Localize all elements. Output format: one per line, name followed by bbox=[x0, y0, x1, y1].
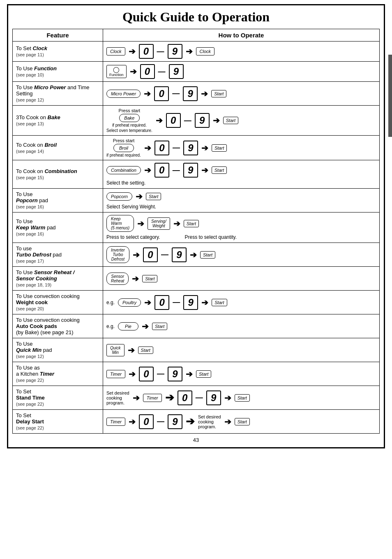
dash: — bbox=[184, 116, 191, 125]
table-row: To Cook on Broil(see page 14) Press star… bbox=[13, 136, 380, 160]
table-row: To Set Clock(see page 11) Clock ➔ 0 — 9 … bbox=[13, 42, 380, 62]
digit-9: 9 bbox=[183, 86, 198, 101]
feature-broil: To Cook on Broil(see page 14) bbox=[13, 136, 103, 160]
table-row: To Use convection cookingWeight cook(see… bbox=[13, 291, 380, 314]
table-row: To UseQuick Min pad(see page 12) QuickMi… bbox=[13, 338, 380, 362]
arrow-icon: ➔ bbox=[129, 46, 136, 56]
arrow-icon: ➔ bbox=[201, 143, 208, 153]
operate-function: ◯ Function ➔ 0 — 9 bbox=[103, 62, 380, 82]
start-button[interactable]: Start bbox=[184, 220, 199, 227]
feature-set-clock: To Set Clock(see page 11) bbox=[13, 42, 103, 62]
timer-button[interactable]: Timer bbox=[143, 394, 162, 402]
feature-delaystart: To SetDelay Start(see page 22) bbox=[13, 410, 103, 434]
start-button[interactable]: Start bbox=[212, 166, 227, 174]
bake-button[interactable]: Bake bbox=[119, 114, 140, 122]
header-operate: How to Operate bbox=[103, 29, 380, 42]
start-button[interactable]: Start bbox=[146, 193, 161, 200]
digit-9: 9 bbox=[206, 390, 221, 405]
combination-note: Select the setting. bbox=[106, 180, 376, 186]
digit-0: 0 bbox=[139, 44, 154, 59]
digit-0: 0 bbox=[154, 163, 169, 178]
arrow-icon: ➔ bbox=[142, 321, 149, 331]
arrow-icon: ➔ bbox=[186, 46, 193, 56]
start-button[interactable]: Start bbox=[142, 275, 157, 282]
operate-keepwarm: KeepWarm(5 menus) ➔ Serving/Weight ➔ Sta… bbox=[103, 213, 380, 243]
arrow-icon: ➔ bbox=[129, 417, 136, 427]
digit-0: 0 bbox=[139, 367, 154, 381]
arrow-icon: ➔ bbox=[201, 298, 208, 307]
popcorn-button[interactable]: Popcorn bbox=[106, 192, 132, 201]
digit-0: 0 bbox=[140, 64, 155, 79]
digit-9: 9 bbox=[168, 367, 182, 381]
broil-button[interactable]: Broil bbox=[113, 144, 134, 152]
quickmin-button[interactable]: QuickMin bbox=[106, 344, 125, 356]
feature-kitchentimer: To Use asa Kitchen Timer(see page 22) bbox=[13, 362, 103, 386]
operate-standtime: Set desiredcookingprogram. ➔ Timer ➔ 0 —… bbox=[103, 386, 380, 410]
arrow-icon: ➔ bbox=[144, 298, 151, 307]
arrow-icon: ➔ bbox=[144, 89, 151, 99]
arrow-icon: ➔ bbox=[130, 67, 137, 76]
start-button[interactable]: Start bbox=[200, 251, 215, 259]
start-button[interactable]: Start bbox=[223, 117, 238, 124]
feature-turbodefrost: To useTurbo Defrost pad(see page 17) bbox=[13, 243, 103, 267]
table-row: To SetDelay Start(see page 22) Timer ➔ 0… bbox=[13, 410, 380, 434]
dash: — bbox=[157, 370, 164, 378]
clock-button-1[interactable]: Clock bbox=[106, 47, 125, 55]
arrow-icon: ➔ bbox=[133, 393, 140, 403]
serving-weight-button[interactable]: Serving/Weight bbox=[148, 217, 170, 230]
function-button[interactable]: ◯ Function bbox=[106, 65, 127, 78]
arrow-icon: ➔ bbox=[165, 391, 174, 404]
arrow-icon: ➔ bbox=[201, 89, 208, 99]
arrow-icon: ➔ bbox=[133, 250, 140, 260]
start-button[interactable]: Start bbox=[152, 323, 167, 330]
arrow-icon: ➔ bbox=[144, 165, 151, 175]
digit-9: 9 bbox=[169, 64, 184, 79]
digit-9: 9 bbox=[183, 295, 198, 310]
turbodefrost-button[interactable]: InverterTurboDefrost bbox=[106, 246, 129, 263]
combination-button[interactable]: Combination bbox=[106, 166, 141, 174]
operate-sensorreheat: SensorReheat ➔ Start bbox=[103, 267, 380, 291]
table-row: To UsePopcorn pad(see page 16) Popcorn ➔… bbox=[13, 189, 380, 213]
digit-0: 0 bbox=[143, 247, 158, 262]
operate-micro-power: Micro Power ➔ 0 — 9 ➔ Start bbox=[103, 82, 380, 106]
arrow-icon: ➔ bbox=[213, 115, 220, 125]
start-button[interactable]: Start bbox=[235, 418, 250, 425]
operate-quickmin: QuickMin ➔ Start bbox=[103, 338, 380, 362]
table-row: To Cook on Combination(see page 15) Comb… bbox=[13, 160, 380, 189]
dash: — bbox=[196, 393, 203, 402]
start-button[interactable]: Start bbox=[211, 90, 226, 97]
dash: — bbox=[173, 166, 180, 175]
operate-broil: Press start Broil if preheat required. ➔… bbox=[103, 136, 380, 160]
sensor-reheat-button[interactable]: SensorReheat bbox=[106, 273, 129, 285]
pie-button[interactable]: Pie bbox=[118, 322, 138, 330]
start-button[interactable]: Start bbox=[138, 346, 153, 354]
arrow-icon: ➔ bbox=[136, 192, 143, 201]
operate-combination: Combination ➔ 0 — 9 ➔ Start Select the s… bbox=[103, 160, 380, 189]
dash: — bbox=[172, 89, 180, 98]
table-row: To Use asa Kitchen Timer(see page 22) Ti… bbox=[13, 362, 380, 386]
operate-delaystart: Timer ➔ 0 — 9 ➔ Set desiredcookingprogra… bbox=[103, 410, 380, 434]
feature-popcorn: To UsePopcorn pad(see page 16) bbox=[13, 189, 103, 213]
keepwarm-button[interactable]: KeepWarm(5 menus) bbox=[106, 215, 134, 232]
poultry-button[interactable]: Poultry bbox=[118, 298, 141, 307]
start-button[interactable]: Start bbox=[235, 394, 250, 402]
digit-0: 0 bbox=[178, 390, 192, 405]
feature-sensorreheat: To Use Sensor Reheat /Sensor Cooking(see… bbox=[13, 267, 103, 291]
page-title: Quick Guide to Operation bbox=[12, 9, 380, 25]
dash: — bbox=[158, 67, 166, 76]
start-button[interactable]: Start bbox=[212, 299, 227, 306]
feature-weightcook: To Use convection cookingWeight cook(see… bbox=[13, 291, 103, 314]
micro-power-button[interactable]: Micro Power bbox=[106, 90, 141, 98]
timer-button[interactable]: Timer bbox=[106, 370, 125, 378]
dash: — bbox=[157, 417, 164, 426]
operate-weightcook: e.g. Poultry ➔ 0 — 9 ➔ Start bbox=[103, 291, 380, 314]
digit-9: 9 bbox=[183, 163, 198, 178]
digit-0: 0 bbox=[154, 295, 169, 310]
start-button[interactable]: Start bbox=[196, 370, 211, 378]
start-button[interactable]: Start bbox=[212, 144, 227, 152]
table-row: To Use Function(see page 10) ◯ Function … bbox=[13, 62, 380, 82]
table-row: To SetStand Time(see page 22) Set desire… bbox=[13, 386, 380, 410]
arrow-icon: ➔ bbox=[137, 219, 144, 229]
clock-button-2[interactable]: Clock bbox=[196, 47, 215, 55]
timer-button[interactable]: Timer bbox=[106, 418, 125, 426]
